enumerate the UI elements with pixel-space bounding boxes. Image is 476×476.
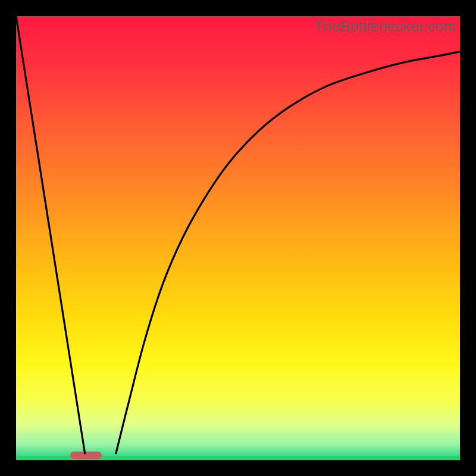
watermark-text: TheBottlenecker.com	[314, 18, 456, 35]
chart-root: TheBottlenecker.com	[0, 0, 476, 476]
plot-area: TheBottlenecker.com	[16, 16, 460, 460]
bottleneck-curve	[16, 16, 460, 460]
